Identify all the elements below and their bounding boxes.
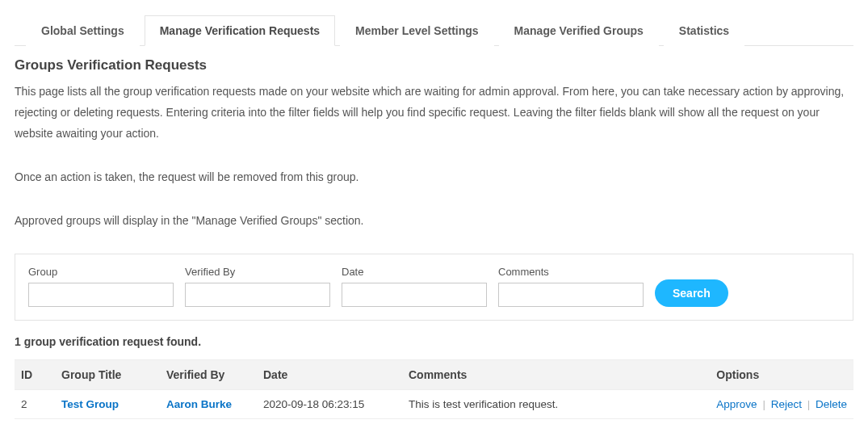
results-count: 1 group verification request found. xyxy=(15,335,853,348)
col-verified-by: Verified By xyxy=(160,360,257,390)
delete-link[interactable]: Delete xyxy=(816,398,847,410)
filter-group: Group xyxy=(28,266,174,307)
filter-date-label: Date xyxy=(342,266,487,278)
filter-group-label: Group xyxy=(28,266,174,278)
page-description-3: Approved groups will display in the "Man… xyxy=(15,211,853,232)
filter-box: Group Verified By Date Comments Search xyxy=(15,254,853,321)
cell-comments: This is test verification request. xyxy=(402,390,710,419)
col-date: Date xyxy=(257,360,402,390)
page-description-2: Once an action is taken, the request wil… xyxy=(15,167,853,188)
page-description-1: This page lists all the group verificati… xyxy=(15,82,853,145)
cell-options: Approve | Reject | Delete xyxy=(710,390,853,419)
tab-global-settings[interactable]: Global Settings xyxy=(26,15,140,46)
group-title-link[interactable]: Test Group xyxy=(61,398,119,410)
approve-link[interactable]: Approve xyxy=(716,398,757,410)
search-button[interactable]: Search xyxy=(655,279,728,307)
filter-date-input[interactable] xyxy=(342,283,487,307)
tab-manage-verification-requests[interactable]: Manage Verification Requests xyxy=(145,15,335,46)
col-options: Options xyxy=(710,360,853,390)
cell-id: 2 xyxy=(15,390,55,419)
tabs: Global Settings Manage Verification Requ… xyxy=(15,15,853,46)
col-id: ID xyxy=(15,360,55,390)
filter-verified-by: Verified By xyxy=(185,266,330,307)
reject-link[interactable]: Reject xyxy=(771,398,802,410)
filter-comments: Comments xyxy=(498,266,644,307)
tab-statistics[interactable]: Statistics xyxy=(664,15,744,46)
verified-by-link[interactable]: Aaron Burke xyxy=(166,398,232,410)
table-row: 2 Test Group Aaron Burke 2020-09-18 06:2… xyxy=(15,390,853,419)
col-group-title: Group Title xyxy=(55,360,160,390)
tab-member-level-settings[interactable]: Member Level Settings xyxy=(340,15,494,46)
filter-verified-by-label: Verified By xyxy=(185,266,330,278)
page-title: Groups Verification Requests xyxy=(15,57,853,73)
filter-comments-label: Comments xyxy=(498,266,644,278)
filter-comments-input[interactable] xyxy=(498,283,644,307)
results-table: ID Group Title Verified By Date Comments… xyxy=(15,359,853,419)
filter-verified-by-input[interactable] xyxy=(185,283,330,307)
col-comments: Comments xyxy=(402,360,710,390)
filter-group-input[interactable] xyxy=(28,283,174,307)
separator: | xyxy=(760,398,768,410)
separator: | xyxy=(805,398,813,410)
filter-date: Date xyxy=(342,266,487,307)
cell-date: 2020-09-18 06:23:15 xyxy=(257,390,402,419)
tab-manage-verified-groups[interactable]: Manage Verified Groups xyxy=(499,15,659,46)
